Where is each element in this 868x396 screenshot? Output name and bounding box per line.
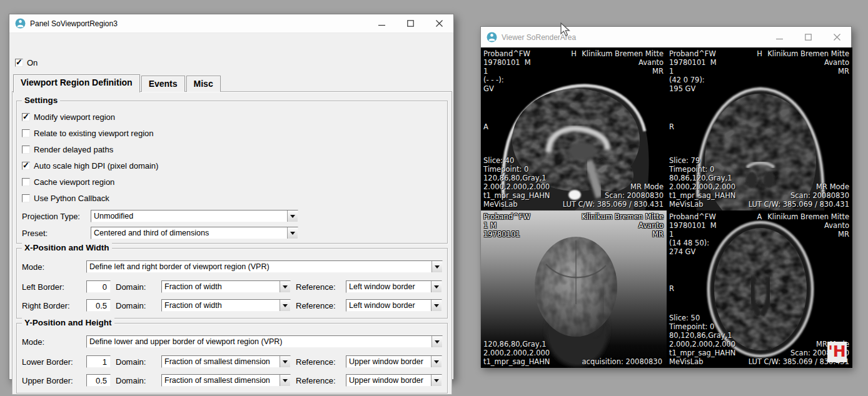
selected-value: Centered and third of dimensions xyxy=(91,229,287,237)
left-border-domain-select[interactable]: Fraction of width xyxy=(161,280,291,293)
right-border-domain-select[interactable]: Fraction of width xyxy=(161,299,291,312)
cache-viewport-region-checkbox[interactable]: Cache viewport region xyxy=(22,177,114,187)
panel-window: Panel SoViewportRegion3 On Viewport Regi… xyxy=(9,14,454,380)
checkbox-box[interactable] xyxy=(22,178,30,186)
acquisition-date-label: acquisition: 20080830 xyxy=(582,357,662,366)
overlay-line: 19780101 M xyxy=(669,58,717,67)
x-mode-row: Mode: Define left and right border of vi… xyxy=(22,260,442,273)
minimize-icon xyxy=(776,34,783,41)
overlay-line: 2.000,2.000,2.000 xyxy=(669,182,735,191)
left-border-input[interactable] xyxy=(86,280,111,293)
checkbox-box[interactable] xyxy=(15,59,23,67)
checkbox-box[interactable] xyxy=(22,146,30,154)
overlay-line: Scan: 20080830 xyxy=(749,191,849,200)
right-border-reference-select[interactable]: Left window border xyxy=(346,299,442,312)
tab-events[interactable]: Events xyxy=(141,76,185,92)
overlay-line: 120,86,80,Gray,1 xyxy=(483,340,550,349)
overlay-line: MR Mode xyxy=(563,182,664,191)
reference-label: Reference: xyxy=(296,301,336,310)
lower-border-input[interactable] xyxy=(86,355,111,368)
reference-label: Reference: xyxy=(296,376,336,385)
overlay-line: (14 48 50): xyxy=(669,239,717,247)
chevron-down-icon xyxy=(280,375,290,386)
left-border-reference-select[interactable]: Left window border xyxy=(346,280,442,293)
tab-viewport-region-definition[interactable]: Viewport Region Definition xyxy=(13,74,140,92)
auto-scale-high-dpi-checkbox[interactable]: Auto scale high DPI (pixel domain) xyxy=(22,161,158,171)
h-marker-badge: 'H xyxy=(827,342,847,362)
checkbox-label: Render delayed paths xyxy=(34,145,113,154)
minimize-button[interactable] xyxy=(367,14,396,32)
viewer-quadrant-axial[interactable]: Proband^FW 19780101 M 1 (14 48 50): 274 … xyxy=(667,210,852,368)
chevron-down-icon xyxy=(431,356,442,367)
upper-border-label: Upper Border: xyxy=(22,376,73,385)
lower-border-label: Lower Border: xyxy=(22,357,73,367)
upper-border-domain-select[interactable]: Fraction of smallest dimension xyxy=(161,374,291,387)
overlay-line: Avanto xyxy=(582,58,664,67)
right-border-row: Right Border: Domain: Fraction of width … xyxy=(22,299,442,312)
upper-border-input[interactable] xyxy=(86,374,111,387)
relate-to-existing-viewport-region-checkbox[interactable]: Relate to existing viewport region xyxy=(22,129,154,138)
y-mode-select[interactable]: Define lower and upper border of viewpor… xyxy=(86,335,443,348)
on-checkbox[interactable]: On xyxy=(15,58,38,67)
tab-bar: Viewport Region Definition Events Misc xyxy=(13,73,222,92)
site-info: Klinikum Bremen Mitte Avanto MR xyxy=(582,49,664,76)
modify-viewport-region-checkbox[interactable]: Modify viewport region xyxy=(22,112,115,122)
selected-value: Unmodified xyxy=(91,212,287,220)
left-border-row: Left Border: Domain: Fraction of width R… xyxy=(22,280,442,293)
lower-border-domain-select[interactable]: Fraction of smallest dimension xyxy=(161,355,291,368)
maximize-icon xyxy=(805,34,812,41)
y-position-group: Y-Position and Height Mode: Define lower… xyxy=(16,323,448,394)
y-mode-row: Mode: Define lower and upper border of v… xyxy=(22,335,442,348)
right-border-input[interactable] xyxy=(86,299,111,312)
upper-border-row: Upper Border: Domain: Fraction of smalle… xyxy=(22,374,442,387)
tab-misc[interactable]: Misc xyxy=(186,76,221,92)
overlay-line: Timepoint: 0 xyxy=(669,165,735,174)
orientation-left-label: R xyxy=(669,284,674,293)
minimize-button[interactable] xyxy=(765,27,794,47)
chevron-down-icon xyxy=(431,281,442,292)
overlay-line: Avanto xyxy=(767,221,849,230)
maximize-icon xyxy=(407,20,414,27)
chevron-down-icon xyxy=(431,300,442,311)
overlay-line: 19780101 xyxy=(483,230,530,239)
preset-select[interactable]: Centered and third of dimensions xyxy=(91,227,298,239)
close-button[interactable] xyxy=(822,27,851,47)
preset-label: Preset: xyxy=(22,229,48,238)
panel-titlebar[interactable]: Panel SoViewportRegion3 xyxy=(9,14,453,33)
group-title: Y-Position and Height xyxy=(22,318,114,327)
domain-label: Domain: xyxy=(116,301,146,310)
lower-border-row: Lower Border: Domain: Fraction of smalle… xyxy=(22,355,442,368)
projection-type-select[interactable]: Unmodified xyxy=(91,210,298,222)
overlay-line: 19780101 M xyxy=(669,221,717,230)
lower-border-reference-select[interactable]: Upper window border xyxy=(346,355,442,368)
viewer-titlebar[interactable]: Viewer SoRenderArea xyxy=(481,27,851,47)
checkbox-box[interactable] xyxy=(22,113,30,121)
viewer-quadrant-coronal[interactable]: Proband^FW 19780101 M 1 (42 0 79): 195 G… xyxy=(667,47,852,210)
overlay-line: 80,86,120,Gray,1 xyxy=(669,174,735,182)
close-icon xyxy=(834,34,840,41)
checkbox-box[interactable] xyxy=(22,162,30,170)
tab-page: Settings Modify viewport region Relate t… xyxy=(12,91,452,395)
viewer-quadrant-sagittal[interactable]: Proband^FW 19780101 M 1 (- - -): GV H Kl… xyxy=(481,47,667,210)
viewer-quadrant-volume-3d[interactable]: Proband^FW 1 M 19780101 Klinikum Bremen … xyxy=(481,210,667,368)
render-delayed-paths-checkbox[interactable]: Render delayed paths xyxy=(22,145,113,154)
chevron-down-icon xyxy=(431,261,442,272)
desktop: { "colors": { "badge_red": "#d92121", "l… xyxy=(0,0,868,396)
overlay-line: 1 M xyxy=(483,221,530,230)
checkbox-box[interactable] xyxy=(22,194,30,202)
overlay-line: 2.000,2.000,2.000 xyxy=(483,182,550,191)
checkbox-label: Modify viewport region xyxy=(34,112,115,122)
maximize-button[interactable] xyxy=(794,27,822,47)
overlay-line: Avanto xyxy=(582,221,664,230)
upper-border-reference-select[interactable]: Upper window border xyxy=(346,374,442,387)
x-mode-select[interactable]: Define left and right border of viewport… xyxy=(86,260,443,273)
checkbox-label: Relate to existing viewport region xyxy=(34,129,154,138)
use-python-callback-checkbox[interactable]: Use Python Callback xyxy=(22,194,109,203)
slice-info: Slice: 50 Timepoint: 0 80,120,86,Gray,1 … xyxy=(669,314,735,366)
checkbox-box[interactable] xyxy=(22,129,30,137)
maximize-button[interactable] xyxy=(396,14,425,32)
slice-info: Slice: 79 Timepoint: 0 80,86,120,Gray,1 … xyxy=(669,156,735,209)
projection-type-row: Projection Type: Unmodified xyxy=(22,210,442,222)
overlay-line: 1 xyxy=(483,67,531,76)
close-button[interactable] xyxy=(425,14,453,32)
